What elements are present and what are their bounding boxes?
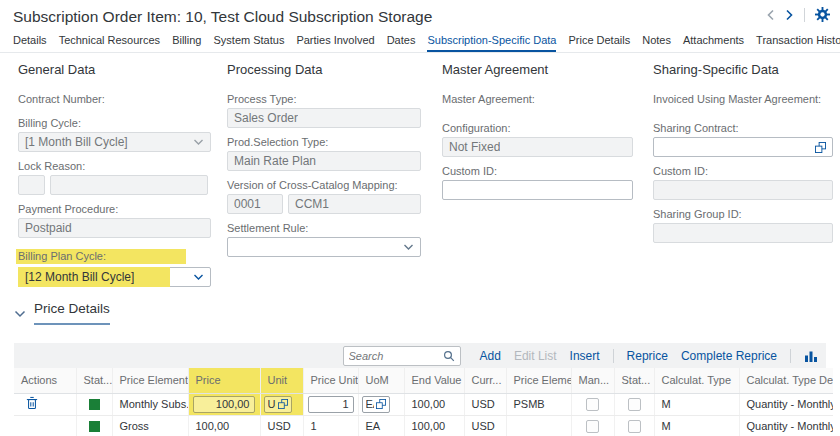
tab-technical-resources[interactable]: Technical Resources bbox=[59, 34, 161, 52]
uom-cell: EA bbox=[358, 415, 404, 436]
payment-procedure-label: Payment Procedure: bbox=[18, 203, 211, 215]
uom-input[interactable]: EA bbox=[362, 396, 390, 413]
tab-parties-involved[interactable]: Parties Involved bbox=[296, 34, 374, 52]
column-header-calculation-type: Calculat. Type bbox=[654, 368, 739, 393]
manual-checkbox[interactable] bbox=[586, 420, 599, 433]
master-agreement-section: Master Agreement Master Agreement: Confi… bbox=[442, 62, 633, 208]
billing-cycle-value: [1 Month Bill Cycle] bbox=[25, 135, 128, 149]
prod-selection-type-value: Main Rate Plan bbox=[234, 154, 316, 168]
configuration-value: Not Fixed bbox=[449, 140, 500, 154]
value-help-icon[interactable] bbox=[815, 142, 826, 153]
tab-dates[interactable]: Dates bbox=[387, 34, 416, 52]
settlement-rule-select[interactable] bbox=[227, 237, 421, 257]
toolbar-divider bbox=[613, 349, 614, 363]
configuration-field: Not Fixed bbox=[442, 137, 633, 157]
price-input[interactable] bbox=[193, 396, 255, 413]
column-header-price-unit: Price Unit bbox=[303, 368, 358, 393]
ccm-value: CCM1 bbox=[295, 197, 329, 211]
value-help-icon[interactable] bbox=[376, 399, 386, 409]
header-divider bbox=[804, 8, 805, 22]
calculation-type-descr-cell: Quantity - Monthly Price bbox=[739, 415, 833, 436]
uom-value: EA bbox=[366, 398, 374, 410]
tab-price-details[interactable]: Price Details bbox=[568, 34, 630, 52]
processing-data-title: Processing Data bbox=[227, 62, 421, 77]
master-agreement-title: Master Agreement bbox=[442, 62, 633, 77]
search-icon[interactable] bbox=[443, 350, 455, 362]
process-type-label: Process Type: bbox=[227, 93, 421, 105]
tab-transaction-history[interactable]: Transaction History bbox=[756, 34, 840, 52]
chevron-down-icon bbox=[193, 274, 204, 281]
price-unit-input[interactable] bbox=[308, 396, 354, 413]
complete-reprice-button[interactable]: Complete Reprice bbox=[681, 349, 777, 363]
billing-plan-cycle-select[interactable]: [12 Month Bill Cycle] bbox=[18, 267, 211, 287]
price-element-cell: Monthly Subs... bbox=[112, 393, 188, 415]
insert-button[interactable]: Insert bbox=[570, 349, 600, 363]
settlement-rule-label: Settlement Rule: bbox=[227, 222, 421, 234]
previous-item-button[interactable] bbox=[766, 9, 775, 21]
chart-view-icon[interactable] bbox=[804, 349, 818, 363]
add-button[interactable]: Add bbox=[480, 349, 501, 363]
ccm-version-field: 0001 bbox=[227, 194, 283, 214]
end-value-cell: 100,00 bbox=[404, 415, 464, 436]
reprice-button[interactable]: Reprice bbox=[627, 349, 668, 363]
tab-details[interactable]: Details bbox=[13, 34, 47, 52]
manual-checkbox[interactable] bbox=[586, 398, 599, 411]
price-details-toolbar: Add Edit List Insert Reprice Complete Re… bbox=[14, 343, 826, 368]
status-green-square bbox=[89, 421, 100, 432]
column-header-manual: Man... bbox=[571, 368, 614, 393]
status-green-square bbox=[89, 399, 100, 410]
delete-row-icon[interactable] bbox=[26, 396, 38, 410]
ccm-value-field: CCM1 bbox=[288, 194, 421, 214]
invoiced-using-master-agreement-label: Invoiced Using Master Agreement: bbox=[653, 93, 833, 105]
tab-attachments[interactable]: Attachments bbox=[683, 34, 744, 52]
column-header-status: Stat... bbox=[76, 368, 112, 393]
lock-reason-text-field bbox=[50, 175, 208, 195]
statistical-checkbox[interactable] bbox=[628, 398, 641, 411]
billing-cycle-select: [1 Month Bill Cycle] bbox=[18, 132, 211, 152]
master-agreement-label: Master Agreement: bbox=[442, 93, 633, 105]
calculation-type-cell: M bbox=[654, 415, 739, 436]
general-data-title: General Data bbox=[18, 62, 211, 77]
configuration-label: Configuration: bbox=[442, 122, 633, 134]
page-title: Subscription Order Item: 10, Test Cloud … bbox=[13, 8, 432, 26]
tab-notes[interactable]: Notes bbox=[642, 34, 671, 52]
price-details-table: Actions Stat... Price Element Price Unit… bbox=[14, 368, 833, 436]
settings-gear-icon[interactable] bbox=[815, 7, 830, 22]
prod-selection-type-field: Main Rate Plan bbox=[227, 151, 421, 171]
column-header-currency: Curr... bbox=[464, 368, 506, 393]
price-details-section-header: Price Details bbox=[14, 301, 110, 325]
anchor-tab-bar: Details Technical Resources Billing Syst… bbox=[0, 30, 840, 53]
column-header-price: Price bbox=[188, 368, 260, 393]
price-unit-cell: 1 bbox=[303, 415, 358, 436]
edit-list-button: Edit List bbox=[514, 349, 557, 363]
column-header-price-element: Price Element bbox=[112, 368, 188, 393]
process-type-field: Sales Order bbox=[227, 108, 421, 128]
search-box[interactable] bbox=[343, 346, 461, 366]
title-bar: Subscription Order Item: 10, Test Cloud … bbox=[0, 0, 840, 30]
payment-procedure-field: Postpaid bbox=[18, 218, 211, 238]
unit-input[interactable]: USD bbox=[264, 396, 292, 413]
value-help-icon[interactable] bbox=[278, 399, 288, 409]
sharing-specific-data-section: Sharing-Specific Data Invoiced Using Mas… bbox=[653, 62, 833, 251]
tab-billing[interactable]: Billing bbox=[172, 34, 201, 52]
search-input[interactable] bbox=[349, 350, 443, 362]
payment-procedure-value: Postpaid bbox=[25, 221, 72, 235]
collapse-chevron-icon[interactable] bbox=[14, 304, 26, 322]
unit-cell: USD bbox=[260, 415, 303, 436]
price-element-cell: Gross bbox=[112, 415, 188, 436]
statistical-checkbox[interactable] bbox=[628, 420, 641, 433]
custom-id-field[interactable] bbox=[442, 180, 633, 200]
tab-system-status[interactable]: System Status bbox=[213, 34, 284, 52]
column-header-end-value: End Value bbox=[404, 368, 464, 393]
custom-id-label: Custom ID: bbox=[442, 165, 633, 177]
currency-cell: USD bbox=[464, 393, 506, 415]
sharing-contract-label: Sharing Contract: bbox=[653, 122, 833, 134]
chevron-down-icon bbox=[403, 244, 414, 251]
next-item-button[interactable] bbox=[785, 9, 794, 21]
table-row: Monthly Subs... USD bbox=[14, 393, 833, 415]
sharing-group-id-field bbox=[653, 223, 833, 243]
price-cell: 100,00 bbox=[188, 415, 260, 436]
tab-subscription-specific-data[interactable]: Subscription-Specific Data bbox=[427, 34, 556, 53]
currency-cell: USD bbox=[464, 415, 506, 436]
sharing-contract-field[interactable] bbox=[653, 137, 833, 157]
